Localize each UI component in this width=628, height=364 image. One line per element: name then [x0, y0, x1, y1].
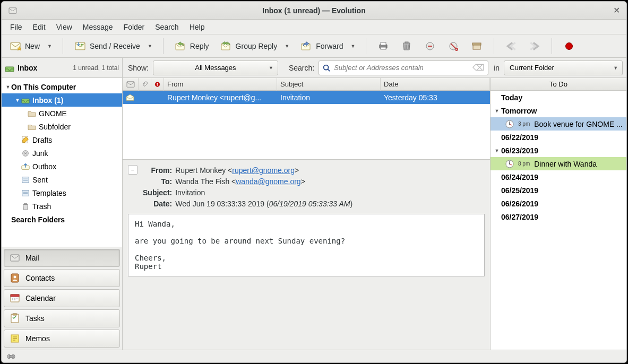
trash-icon [21, 202, 30, 211]
menu-file[interactable]: File [5, 21, 28, 33]
archive-button[interactable] [466, 38, 487, 54]
inbox-icon [5, 64, 14, 72]
tree-sent[interactable]: Sent [2, 173, 122, 186]
message-row[interactable]: Rupert Monkey <rupert@g... Invitation Ye… [123, 91, 490, 104]
group-reply-button[interactable]: Group Reply ▼ [216, 38, 294, 54]
menu-help[interactable]: Help [184, 21, 210, 33]
expander-icon: ▼ [5, 84, 11, 90]
switcher-header: Inbox 1 unread, 1 total [2, 58, 123, 78]
menu-edit[interactable]: Edit [28, 21, 51, 33]
col-from[interactable]: From [164, 78, 277, 91]
switch-contacts[interactable]: Contacts [4, 269, 120, 287]
tree-search-folders[interactable]: Search Folders [2, 213, 122, 226]
print-icon [377, 40, 390, 52]
search-input[interactable] [334, 64, 469, 72]
tree-junk[interactable]: Junk [2, 146, 122, 160]
col-attachment-icon[interactable] [139, 78, 151, 91]
from-email-link[interactable]: rupert@gnome.org [232, 166, 295, 175]
send-receive-icon [74, 40, 87, 52]
print-button[interactable] [373, 38, 394, 54]
todo-date[interactable]: ▼06/23/2019 [491, 144, 626, 157]
filter-bar: Inbox 1 unread, 1 total Show: All Messag… [2, 58, 626, 78]
menu-folder[interactable]: Folder [118, 21, 150, 33]
clock-icon [505, 160, 514, 168]
statusbar [2, 350, 626, 362]
mark-notjunk-button[interactable] [443, 38, 464, 54]
switch-tasks[interactable]: Tasks [4, 309, 120, 327]
tree-trash[interactable]: Trash [2, 200, 122, 213]
drafts-icon [21, 136, 30, 144]
todo-today[interactable]: Today [491, 91, 626, 104]
todo-date[interactable]: 06/24/2019 [491, 170, 626, 184]
send-receive-button[interactable]: Send / Receive ▼ [70, 38, 157, 54]
todo-header: To Do [491, 78, 626, 91]
switcher-title: Inbox [18, 64, 37, 72]
msg-from: Rupert Monkey <rupert@g... [164, 93, 277, 102]
forward-button[interactable]: Forward ▼ [296, 38, 359, 54]
menu-view[interactable]: View [51, 21, 78, 33]
search-field[interactable]: ⌫ [319, 60, 488, 75]
switch-mail[interactable]: Mail [4, 249, 120, 267]
reply-icon [174, 40, 187, 52]
group-reply-icon [220, 40, 233, 52]
col-subject[interactable]: Subject [277, 78, 381, 91]
chevron-down-icon: ▼ [613, 65, 618, 71]
forward-icon [300, 40, 313, 52]
to-email-link[interactable]: wanda@gnome.org [236, 177, 300, 186]
calendar-icon [10, 293, 20, 304]
todo-tomorrow[interactable]: ▼Tomorrow [491, 104, 626, 117]
tasks-icon [10, 313, 20, 324]
collapse-headers-button[interactable]: − [128, 165, 137, 175]
tree-inbox[interactable]: ▼Inbox (1) [2, 93, 122, 107]
titlebar: Inbox (1 unread) — Evolution ✕ [2, 2, 626, 20]
sent-icon [21, 176, 30, 184]
sidebar: ▼On This Computer ▼Inbox (1) GNOME Subfo… [2, 78, 123, 350]
new-button[interactable]: New ▼ [5, 38, 56, 54]
tree-outbox[interactable]: Outbox [2, 160, 122, 173]
chevron-down-icon: ▼ [47, 44, 52, 49]
col-date[interactable]: Date [381, 78, 490, 91]
tree-templates[interactable]: Templates [2, 186, 122, 200]
todo-date[interactable]: 06/22/2019 [491, 131, 626, 144]
scope-combo[interactable]: Current Folder▼ [504, 60, 623, 75]
nav-back-button[interactable] [501, 38, 522, 54]
col-status-icon[interactable] [123, 78, 139, 91]
outbox-icon [21, 162, 30, 171]
switch-calendar[interactable]: Calendar [4, 289, 120, 307]
todo-date[interactable]: 06/26/2019 [491, 197, 626, 210]
hdr-subject: Invitation [175, 187, 352, 198]
todo-date[interactable]: 06/25/2019 [491, 184, 626, 197]
message-list: Rupert Monkey <rupert@g... Invitation Ye… [123, 91, 490, 160]
online-toggle-icon[interactable] [6, 353, 16, 360]
col-flag-icon[interactable] [151, 78, 164, 91]
todo-sidebar: To Do Today ▼Tomorrow 3 pmBook venue for… [491, 78, 626, 350]
menu-search[interactable]: Search [150, 21, 184, 33]
close-button[interactable]: ✕ [612, 6, 621, 15]
tree-subfolder[interactable]: Subfolder [2, 120, 122, 133]
stop-button[interactable] [558, 38, 580, 54]
nav-forward-button[interactable] [524, 38, 545, 54]
tree-drafts[interactable]: Drafts [2, 133, 122, 146]
expander-icon: ▼ [14, 98, 21, 103]
tree-gnome[interactable]: GNOME [2, 107, 122, 120]
notjunk-icon [447, 40, 460, 52]
todo-event[interactable]: 8 pmDinner with Wanda [491, 157, 626, 170]
delete-button[interactable] [396, 38, 417, 54]
archive-icon [470, 40, 483, 52]
arrow-right-icon [528, 40, 541, 52]
clear-search-icon[interactable]: ⌫ [472, 63, 485, 73]
mark-junk-button[interactable] [419, 38, 441, 54]
switcher-status: 1 unread, 1 total [73, 64, 119, 72]
todo-date[interactable]: 06/27/2019 [491, 210, 626, 223]
switch-memos[interactable]: Memos [4, 330, 120, 348]
reply-button[interactable]: Reply [170, 38, 213, 54]
todo-event[interactable]: 3 pmBook venue for GNOME ... [491, 117, 626, 131]
message-body: Hi Wanda, are you going to be around nex… [128, 214, 485, 276]
mail-icon [10, 254, 20, 262]
tree-account[interactable]: ▼On This Computer [2, 80, 122, 93]
show-combo[interactable]: All Messages▼ [153, 60, 278, 75]
menubar: File Edit View Message Folder Search Hel… [2, 20, 626, 34]
contacts-icon [10, 273, 20, 283]
menu-message[interactable]: Message [78, 21, 118, 33]
inbox-icon [21, 96, 30, 105]
